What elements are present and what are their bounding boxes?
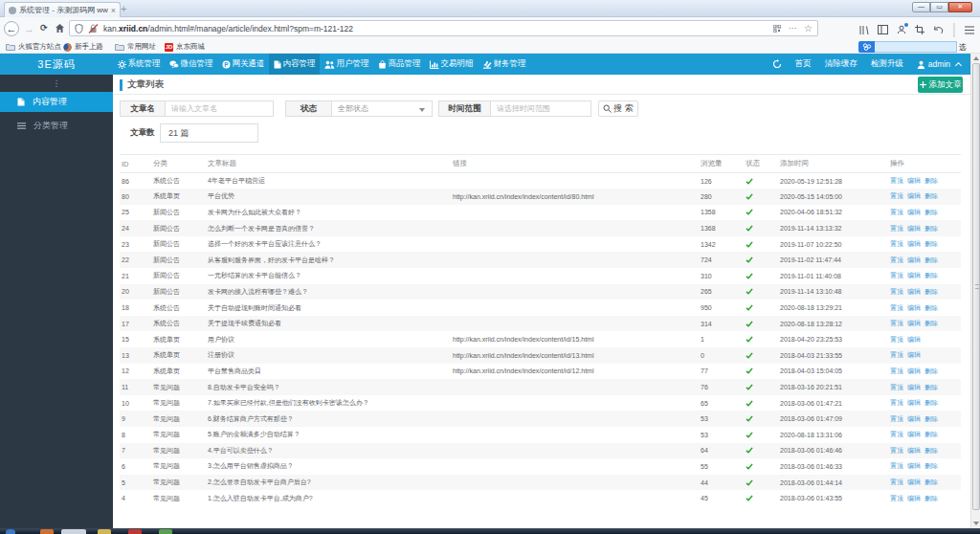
time-range-input[interactable]: 请选择时间范围 — [491, 100, 591, 117]
taskbar-window[interactable] — [61, 529, 86, 534]
close-button[interactable]: ✕ — [948, 2, 972, 12]
edit-link[interactable]: 编辑 — [907, 176, 921, 186]
url-bar[interactable]: kan.xriid.cn/admin.html#/manage/article/… — [69, 20, 818, 36]
delete-link[interactable]: 删除 — [924, 224, 938, 234]
edit-link[interactable]: 编辑 — [907, 383, 921, 392]
top-link[interactable]: 置顶 — [890, 461, 903, 471]
start-orb[interactable] — [6, 529, 15, 534]
page-scrollbar[interactable] — [970, 54, 980, 528]
top-link[interactable]: 置顶 — [890, 398, 903, 408]
top-link[interactable]: 置顶 — [890, 256, 903, 265]
edit-link[interactable]: 编辑 — [907, 446, 921, 456]
back-button[interactable]: ← — [4, 21, 19, 36]
nav-item-6[interactable]: 交易明细 — [425, 54, 478, 75]
top-link[interactable]: 置顶 — [890, 383, 903, 392]
edit-link[interactable]: 编辑 — [907, 191, 921, 201]
edit-link[interactable]: 编辑 — [907, 208, 921, 217]
edit-link[interactable]: 编辑 — [907, 430, 921, 439]
top-link[interactable]: 置顶 — [890, 191, 903, 201]
bookmark-item[interactable]: 火狐官方站点 — [6, 41, 61, 53]
nav-item-0[interactable]: 系统管理 — [113, 54, 165, 75]
minimize-button[interactable]: — — [912, 2, 930, 12]
taskbar-green[interactable] — [159, 529, 172, 534]
delete-link[interactable]: 删除 — [924, 446, 938, 456]
top-link[interactable]: 置顶 — [890, 414, 903, 424]
bookmark-item[interactable]: JD 京东商城 — [165, 41, 205, 53]
home-link[interactable]: 首页 — [789, 58, 818, 70]
delete-link[interactable]: 删除 — [924, 271, 938, 280]
screenshot-icon[interactable] — [915, 25, 924, 34]
extension-box[interactable] — [858, 41, 957, 53]
delete-link[interactable]: 删除 — [924, 461, 938, 471]
tab-close-icon[interactable]: × — [111, 7, 116, 14]
delete-link[interactable]: 删除 — [924, 287, 938, 297]
delete-link[interactable]: 删除 — [924, 256, 938, 265]
nav-item-1[interactable]: 微信管理 — [165, 54, 217, 75]
qr-icon[interactable] — [773, 25, 781, 33]
add-article-button[interactable]: 添加文章 — [918, 77, 963, 93]
more-icon[interactable]: ⋯ — [789, 24, 796, 33]
scrollbar-thumb[interactable] — [972, 63, 980, 510]
extension-icon[interactable] — [858, 41, 875, 53]
status-select[interactable]: 全部状态 — [332, 100, 433, 117]
nav-item-2[interactable]: P网关通道 — [217, 54, 269, 75]
edit-link[interactable]: 编辑 — [907, 303, 921, 313]
taskbar-red[interactable] — [128, 529, 142, 534]
edit-link[interactable]: 编辑 — [907, 414, 921, 424]
delete-link[interactable]: 删除 — [924, 176, 938, 186]
extension-input[interactable] — [875, 41, 957, 53]
edit-link[interactable]: 编辑 — [907, 367, 921, 376]
browser-tab[interactable]: 系统管理 - 亲测源码网 www.q × — [4, 2, 121, 17]
brand-logo[interactable]: 3E源码 — [0, 54, 113, 75]
top-link[interactable]: 置顶 — [890, 224, 903, 234]
top-link[interactable]: 置顶 — [890, 319, 903, 328]
home-button[interactable] — [55, 23, 65, 33]
scroll-up-arrow[interactable] — [971, 54, 980, 63]
edit-link[interactable]: 编辑 — [907, 478, 921, 487]
delete-link[interactable]: 删除 — [924, 494, 938, 503]
user-menu[interactable]: admin — [910, 59, 968, 69]
delete-link[interactable]: 删除 — [924, 430, 938, 439]
edit-link[interactable]: 编辑 — [907, 398, 921, 408]
delete-link[interactable]: 删除 — [924, 398, 938, 408]
shield-icon[interactable] — [75, 24, 83, 33]
edit-link[interactable]: 编辑 — [907, 319, 921, 328]
top-link[interactable]: 置顶 — [890, 494, 903, 503]
reload-button[interactable]: ⟳ — [40, 23, 48, 33]
top-link[interactable]: 置顶 — [890, 287, 903, 297]
bookmark-star-icon[interactable]: ☆ — [804, 23, 813, 33]
refresh-icon[interactable] — [766, 59, 789, 69]
delete-link[interactable]: 删除 — [924, 191, 938, 201]
new-tab-button[interactable]: + — [121, 3, 126, 14]
bookmark-item[interactable]: 常用网址 — [115, 41, 156, 53]
delete-link[interactable]: 删除 — [924, 414, 938, 424]
undo-icon[interactable] — [933, 26, 944, 34]
maximize-button[interactable]: ▭ — [930, 2, 948, 12]
nav-item-4[interactable]: 用户管理 — [320, 54, 373, 75]
edit-link[interactable]: 编辑 — [907, 461, 921, 471]
nav-item-5[interactable]: 商品管理 — [373, 54, 425, 75]
nav-item-3[interactable]: 内容管理 — [269, 54, 320, 75]
menu-icon[interactable] — [965, 26, 974, 34]
account-icon[interactable] — [897, 25, 906, 34]
delete-link[interactable]: 删除 — [924, 319, 938, 328]
edit-link[interactable]: 编辑 — [907, 256, 921, 265]
nav-item-7[interactable]: 财务管理 — [478, 54, 530, 75]
taskbar-folder[interactable] — [98, 529, 111, 534]
top-link[interactable]: 置顶 — [890, 176, 903, 186]
taskbar-firefox[interactable] — [40, 529, 54, 534]
sidebar-icon[interactable] — [878, 25, 888, 34]
top-link[interactable]: 置顶 — [890, 208, 903, 217]
top-link[interactable]: 置顶 — [890, 478, 903, 487]
top-link[interactable]: 置顶 — [890, 446, 903, 456]
delete-link[interactable]: 删除 — [924, 383, 938, 392]
edit-link[interactable]: 编辑 — [907, 350, 921, 360]
sidebar-toggle[interactable]: ⋮ — [0, 75, 113, 92]
article-name-input[interactable]: 请输入文章名 — [166, 100, 274, 117]
sidebar-item-1[interactable]: 分类管理 — [0, 116, 113, 136]
delete-link[interactable]: 删除 — [924, 239, 938, 249]
edit-link[interactable]: 编辑 — [907, 287, 921, 297]
edit-link[interactable]: 编辑 — [907, 239, 921, 249]
search-button[interactable]: 搜 索 — [598, 100, 638, 117]
edit-link[interactable]: 编辑 — [907, 335, 921, 345]
